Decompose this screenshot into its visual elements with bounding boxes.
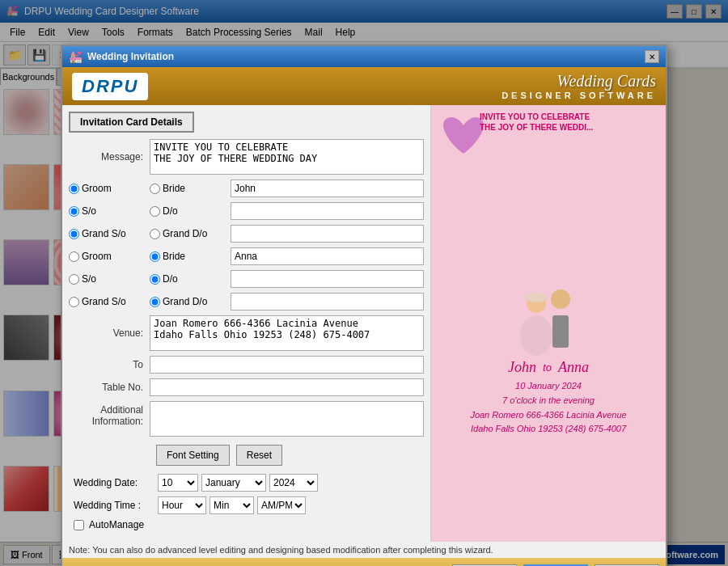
table-no-label: Table No. [69, 382, 150, 393]
modal-title-text: Wedding Invitation [87, 51, 645, 62]
wedding-date-label: Wedding Date: [74, 477, 154, 488]
auto-manage-row: AutoManage [74, 519, 419, 530]
preview-details: 10 January 2024 7 o'clock in the evening… [470, 379, 626, 436]
table-no-row: Table No. [69, 378, 424, 396]
to-input[interactable] [150, 356, 424, 374]
groom2-radio[interactable] [69, 251, 79, 262]
grand-do2-label: Grand D/o [163, 296, 207, 307]
preview-bride-name: Anna [558, 359, 589, 376]
font-setting-button[interactable]: Font Setting [156, 445, 230, 466]
form-tab-button[interactable]: Invitation Card Details [69, 112, 194, 133]
preview-venue-line1: Joan Romero 666-4366 Lacinia Avenue [470, 408, 626, 423]
modal-close-button[interactable]: ✕ [645, 50, 659, 63]
preview-time: 7 o'clock in the evening [470, 394, 626, 408]
bride-radio[interactable] [150, 184, 160, 194]
form-section: Invitation Card Details Message: INVITE … [62, 105, 431, 542]
groom-radio-col: Groom [69, 183, 150, 194]
so-do-row-2: S/o D/o [69, 270, 424, 288]
note-row: Note: You can also do advanced level edi… [62, 542, 666, 558]
brand-logo: DRPU [72, 73, 148, 100]
min-select[interactable]: Min 00051015 20253035 40455055 [210, 496, 254, 514]
modal-title-bar: 💒 Wedding Invitation ✕ [62, 46, 666, 67]
wedding-date-row: Wedding Date: 10 12345 6789 1112131415 J… [74, 474, 419, 492]
bride-row: Groom Bride [69, 247, 424, 265]
groom2-radio-col: Groom [69, 251, 150, 262]
do-radio[interactable] [150, 206, 160, 217]
so-do-row: S/o D/o [69, 202, 424, 220]
do2-name-input[interactable] [231, 270, 424, 288]
preview-venue-line2: Idaho Falls Ohio 19253 (248) 675-4007 [470, 422, 626, 437]
bride2-radio[interactable] [150, 251, 160, 262]
venue-label: Venue: [69, 327, 150, 339]
preview-names-row: John to Anna [508, 359, 589, 376]
venue-row: Venue: Joan Romero 666-4366 Lacinia Aven… [69, 315, 424, 351]
preview-header: INVITE YOU TO CELEBRATETHE JOY OF THERE … [480, 112, 666, 133]
modal-overlay: 💒 Wedding Invitation ✕ DRPU Wedding Card… [0, 0, 728, 566]
bride-name-input[interactable] [231, 247, 424, 265]
preview-header-text: INVITE YOU TO CELEBRATETHE JOY OF THERE … [480, 112, 662, 133]
brand-designer-software: DESIGNER SOFTWARE [502, 91, 656, 100]
grand-so-name-input[interactable] [231, 225, 424, 243]
so-name-input[interactable] [231, 202, 424, 220]
so2-radio[interactable] [69, 274, 79, 285]
so-radio[interactable] [69, 206, 79, 217]
grand-so-radio[interactable] [69, 229, 79, 239]
so-label: S/o [82, 205, 96, 217]
additional-info-row: Additional Information: [69, 401, 424, 437]
grand-do2-name-input[interactable] [231, 293, 424, 310]
bride2-label: Bride [163, 251, 185, 262]
preview-date: 10 January 2024 [470, 379, 626, 394]
grand-so-radio-col: Grand S/o [69, 228, 150, 239]
do2-radio-col: D/o [150, 273, 231, 285]
to-label: To [69, 359, 150, 370]
groom-name-input[interactable] [231, 180, 424, 197]
to-row: To [69, 356, 424, 374]
so2-radio-col: S/o [69, 273, 150, 285]
couple-illustration [508, 267, 589, 356]
note-text: Note: You can also do advanced level edi… [69, 545, 493, 555]
preview-section: INVITE YOU TO CELEBRATETHE JOY OF THERE … [431, 105, 666, 542]
venue-input[interactable]: Joan Romero 666-4366 Lacinia Avenue Idah… [150, 315, 424, 351]
do2-radio[interactable] [150, 274, 160, 285]
wedding-invitation-modal: 💒 Wedding Invitation ✕ DRPU Wedding Card… [61, 44, 667, 566]
additional-info-input[interactable] [150, 401, 424, 437]
bride-radio-col: Bride [150, 183, 231, 194]
table-no-input[interactable] [150, 378, 424, 396]
wedding-time-label: Wedding Time : [74, 500, 154, 511]
grand-do2-radio[interactable] [150, 297, 160, 307]
svg-point-4 [525, 293, 548, 302]
wedding-time-row: Wedding Time : Hour 1234 5678 9101112 Mi… [74, 496, 419, 514]
preview-to-text: to [543, 361, 552, 374]
modal-title-icon: 💒 [69, 50, 83, 63]
reset-button[interactable]: Reset [236, 445, 282, 466]
groom-radio[interactable] [69, 184, 79, 194]
message-row: Message: INVITE YOU TO CELEBRATE THE JOY… [69, 139, 424, 175]
grand-so2-label: Grand S/o [82, 296, 126, 307]
message-label: Message: [69, 151, 150, 163]
grand-so-label: Grand S/o [82, 228, 126, 239]
action-buttons: Font Setting Reset [69, 441, 424, 469]
groom-label: Groom [82, 183, 112, 194]
modal-footer: Back OK Cancel [62, 558, 666, 566]
groom2-label: Groom [82, 251, 112, 262]
do-radio-col: D/o [150, 205, 231, 217]
hour-select[interactable]: Hour 1234 5678 9101112 [158, 496, 206, 514]
year-select[interactable]: 2020202120222023 202420252026 [269, 474, 318, 492]
bride2-radio-col: Bride [150, 251, 231, 262]
groom-bride-row: Groom Bride [69, 180, 424, 197]
day-select[interactable]: 10 12345 6789 1112131415 [158, 474, 198, 492]
grand-do2-radio-col: Grand D/o [150, 296, 231, 307]
modal-body: Invitation Card Details Message: INVITE … [62, 105, 666, 542]
ampm-select[interactable]: AM/PM AMPM [257, 496, 306, 514]
grand-so2-radio[interactable] [69, 297, 79, 307]
month-select[interactable]: January FebruaryMarchAprilMay JuneJulyAu… [201, 474, 266, 492]
message-input[interactable]: INVITE YOU TO CELEBRATE THE JOY OF THERE… [150, 139, 424, 175]
auto-manage-checkbox[interactable] [74, 520, 84, 530]
preview-groom-name: John [508, 359, 536, 376]
grand-do-radio[interactable] [150, 229, 160, 239]
svg-rect-1 [552, 315, 569, 348]
preview-card: INVITE YOU TO CELEBRATETHE JOY OF THERE … [431, 105, 666, 542]
bride-label: Bride [163, 183, 185, 194]
date-time-section: Wedding Date: 10 12345 6789 1112131415 J… [69, 469, 424, 535]
do2-label: D/o [163, 273, 178, 285]
